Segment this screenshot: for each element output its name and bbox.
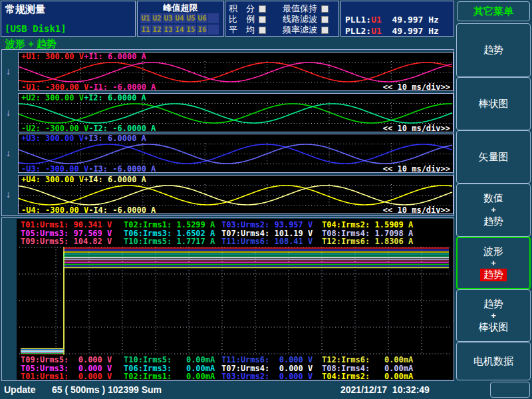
- trend-trace-t03: [21, 250, 449, 353]
- v-scale-top-label: +U1: 300.00 V: [21, 53, 84, 61]
- i-scale-bottom-label: -I4: -6.0000 A: [88, 205, 156, 214]
- trend-current-readout: T10:Irms5: 1.7717 A: [124, 237, 215, 245]
- trend-current-readout: T02:Irms1: 1.5299 A: [124, 221, 215, 229]
- peak-indicator-cell: U1: [140, 13, 151, 23]
- line-filter-checkbox[interactable]: [321, 16, 329, 23]
- peak-indicator-cell: U2: [152, 13, 162, 23]
- waveform-scale-bottom-row: -U1: -300.00 V-I1: -6.0000 A<< 10 ms/div…: [19, 83, 453, 91]
- i-scale-top-label: +I4: 6.0000 A: [84, 176, 146, 184]
- sidebar-item-trend[interactable]: 趋势: [456, 23, 531, 77]
- trend-trace-t06: [21, 254, 449, 352]
- v-scale-bottom-label: -U3: -300.00 V: [21, 164, 88, 173]
- waveform-plot-u4: [19, 184, 453, 206]
- v-scale-bottom-label: -U1: -300.00 V: [21, 82, 88, 91]
- pll2-label: PLL2:: [345, 26, 371, 36]
- waveform-plot-u2: [19, 102, 453, 124]
- peak-indicator-cell: U4: [174, 13, 185, 23]
- menu-item-line: 矢量图: [479, 151, 509, 164]
- trigger-marker-arrow: ↓: [6, 148, 11, 158]
- plus-icon: +: [491, 207, 496, 213]
- sidebar-item-bar-graph[interactable]: 棒状图: [456, 77, 531, 130]
- header-mode-block: 常规测量 [USB Disk1]: [1, 1, 136, 37]
- peak-indicator-cell: I2: [152, 25, 162, 35]
- toggle-row-line-filter: 线路滤波: [283, 14, 329, 25]
- menu-item-line: 趋势: [483, 215, 503, 228]
- datetime-display: 2021/12/17 10:32:49: [340, 384, 430, 395]
- neg-scale-labels: -U4: -300.00 V-I4: -6.0000 A: [21, 206, 156, 214]
- update-counter: 65 ( 500ms ) 102399 Sum: [52, 384, 162, 395]
- trigger-marker-arrow: ↓: [6, 189, 11, 200]
- menu-item-line: 数值: [483, 192, 503, 205]
- menu-item-line: 电机数据: [473, 355, 513, 368]
- toggle-row-scaling: 比 例: [229, 14, 266, 25]
- trend-current-readout: T12:Irms6: 1.8306 A: [322, 237, 413, 245]
- trend-trace-t08: [21, 259, 449, 350]
- plus-icon: +: [491, 313, 496, 319]
- timebase-label: << 10 ms/div>>: [383, 206, 450, 214]
- trend-cursor-readout: T10:Irms5: 0.00mA: [124, 356, 215, 364]
- trend-trace-t09: [21, 261, 449, 350]
- usb-disk-status: [USB Disk1]: [5, 23, 66, 34]
- i-scale-top-label: +I3: 6.0000 A: [84, 134, 146, 143]
- peak-over-limit-block: 峰值超限 U1U2U3U4U5U6 I1I2I3I4I5I6: [137, 1, 224, 37]
- v-scale-top-label: +U2: 300.00 V: [21, 94, 84, 102]
- waveform-panel-u3: +U3: 300.00 V+I3: 6.0000 A-U3: -300.00 V…: [18, 134, 454, 173]
- waveform-scale-bottom-row: -U4: -300.00 V-I4: -6.0000 A<< 10 ms/div…: [19, 206, 453, 214]
- peak-indicator-cell: I3: [163, 25, 174, 35]
- peak-row-i: I1I2I3I4I5I6: [140, 25, 219, 35]
- trend-cursor-readout: T06:Irms3: 0.00mA: [124, 364, 215, 372]
- pll1-label: PLL1:: [345, 15, 371, 25]
- pll1-readout: PLL1:U1 49.997 Hz: [345, 15, 439, 25]
- trend-cursor-readout: T07:Urms4: 0.000 V: [221, 364, 313, 372]
- sidebar-footer-box: [490, 382, 530, 398]
- peak-indicator-cell: I6: [197, 25, 207, 35]
- trend-cursor-readout: T01:Urms1: 0.000 V: [21, 372, 112, 380]
- sidebar-item-motor-data[interactable]: 电机数据: [456, 342, 531, 380]
- trigger-marker-arrow: ↓: [6, 107, 11, 118]
- waveform-panel-u2: +U2: 300.00 V+I2: 6.0000 A-U2: -300.00 V…: [18, 93, 454, 132]
- waveform-scale-top-row: +U4: 300.00 V+I4: 6.0000 A: [19, 176, 453, 184]
- trend-current-readout: T05:Urms3: 97.569 V: [21, 229, 112, 237]
- trend-block: T01:Urms1: 90.341 VT02:Irms1: 1.5299 AT0…: [1, 217, 454, 381]
- pll2-readout: PLL2:U1 49.997 Hz: [345, 26, 439, 36]
- menu-item-line: 棒状图: [479, 321, 509, 334]
- other-menu-button[interactable]: 其它菜单: [457, 1, 530, 21]
- toggle-row-freq-filter: 频率滤波: [283, 25, 329, 35]
- waveform-plot-u3: [19, 143, 453, 165]
- max-hold-checkbox[interactable]: [321, 5, 329, 13]
- averaging-label: 平 均: [229, 24, 255, 36]
- trigger-marker-arrow: ↓: [6, 66, 11, 76]
- sidebar-item-numeric-trend[interactable]: 数值+趋势: [456, 184, 531, 237]
- menu-item-line: 棒状图: [479, 98, 509, 110]
- sidebar-item-vector[interactable]: 矢量图: [456, 130, 531, 184]
- trend-current-readout: T04:Irms2: 1.5909 A: [322, 221, 413, 229]
- pll1-source: U1: [371, 15, 382, 25]
- i-scale-top-label: +I2: 6.0000 A: [84, 94, 146, 102]
- i-scale-bottom-label: -I1: -6.0000 A: [88, 82, 156, 91]
- trend-cursor-readout: T09:Urms5: 0.000 V: [21, 356, 112, 364]
- pll2-source: U1: [371, 26, 382, 36]
- toggle-row-max-hold: 最值保持: [283, 3, 329, 14]
- scaling-checkbox[interactable]: [259, 16, 266, 23]
- other-menu-label: 其它菜单: [473, 5, 513, 18]
- menu-item-line: 趋势: [483, 298, 503, 311]
- toggles-block: 积 分比 例平 均最值保持线路滤波频率滤波: [225, 1, 339, 37]
- integration-checkbox[interactable]: [259, 5, 266, 13]
- menu-item-line: 波形: [483, 245, 503, 258]
- i-scale-bottom-label: -I2: -6.0000 A: [88, 124, 156, 132]
- trend-current-readout: T07:Urms4: 101.19 V: [221, 229, 313, 237]
- plus-icon: +: [491, 260, 496, 267]
- toggle-row-averaging: 平 均: [229, 25, 266, 35]
- timebase-label: << 10 ms/div>>: [383, 83, 450, 91]
- timebase-label: << 10 ms/div>>: [383, 165, 450, 173]
- trend-current-readout: T08:Irms4: 1.7098 A: [322, 229, 413, 237]
- trend-cursor-readout: T05:Urms3: 0.000 V: [21, 364, 112, 372]
- waveform-scale-top-row: +U3: 300.00 V+I3: 6.0000 A: [19, 134, 453, 143]
- peak-indicator-cell: U6: [197, 13, 207, 23]
- freq-filter-checkbox[interactable]: [321, 27, 329, 34]
- sidebar-item-trend-bar[interactable]: 趋势+棒状图: [456, 289, 531, 342]
- sidebar-item-wave-trend[interactable]: 波形+趋势: [456, 237, 531, 289]
- averaging-checkbox[interactable]: [259, 27, 266, 34]
- peak-indicator-cell: U5: [186, 13, 196, 23]
- peak-indicator-cell: [208, 25, 219, 35]
